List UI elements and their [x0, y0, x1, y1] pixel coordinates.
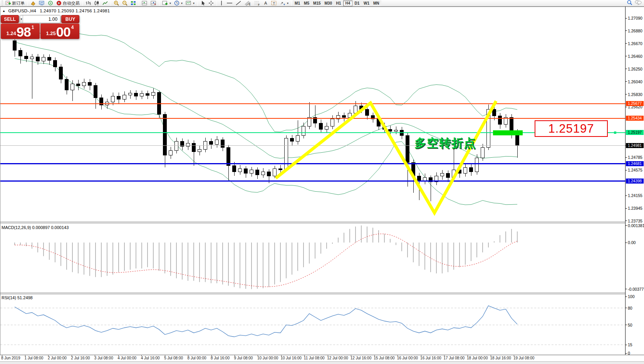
crosshair-tool-button[interactable]	[207, 0, 215, 6]
symbol-quotes: 1.24970 1.25093 1.24756 1.24981	[40, 8, 110, 13]
fibonacci-icon: E	[245, 0, 251, 6]
signal-button[interactable]	[46, 0, 55, 6]
buy-price-pip: 4	[71, 25, 74, 30]
toolbar-separator	[139, 1, 139, 6]
collapse-arrow-icon[interactable]: ▲	[2, 9, 5, 13]
timeframe-m1-button[interactable]: M1	[293, 0, 302, 6]
object-window-icon	[151, 0, 156, 6]
autotrade-button[interactable]: 自动交易	[55, 0, 81, 6]
shapes-tool-button[interactable]: ▾	[278, 0, 290, 6]
toolbar-grip[interactable]	[2, 1, 3, 6]
sell-price-tile[interactable]: 1.24 98 1	[1, 24, 40, 39]
clock-icon	[174, 0, 179, 6]
price-tag-label[interactable]: 1.25197	[535, 120, 608, 137]
candle-chart-mode-button[interactable]	[92, 0, 101, 6]
buy-button[interactable]: BUY	[61, 15, 79, 23]
quick-tool-button[interactable]	[29, 0, 37, 6]
dropdown-arrow-icon: ▾	[181, 2, 183, 5]
svg-text:F: F	[258, 3, 260, 6]
macd-label: MACD(12,26,9) 0.000897 0.000143	[2, 225, 69, 230]
one-click-trading-panel: SELL ▼ ▲ BUY 1.24 98 1 1.25 00 4	[1, 15, 79, 39]
timeframe-m15-button[interactable]: M15	[311, 0, 322, 6]
bar-chart-mode-button[interactable]	[84, 0, 92, 6]
cursor-icon	[200, 0, 205, 6]
timeframe-group: M1M5M15M30H1H4D1W1MN	[293, 0, 381, 6]
toolbar-separator	[291, 1, 292, 6]
timeframe-m5-button[interactable]: M5	[302, 0, 311, 6]
rsi-label: RSI(14) 51.2498	[2, 295, 33, 300]
candle-chart-icon	[94, 0, 99, 6]
gold-marker-icon	[30, 0, 36, 6]
indicator-window-icon	[142, 0, 148, 6]
text-a-icon: A	[263, 0, 268, 6]
timeframe-h4-button[interactable]: H4	[343, 0, 352, 6]
new-order-label: 新订单	[12, 0, 25, 6]
tile-windows-button[interactable]	[129, 0, 138, 6]
new-order-button[interactable]: 新订单	[4, 0, 26, 6]
indicator-window-button[interactable]	[140, 0, 149, 6]
chinese-annotation-text[interactable]: 多空转折点	[414, 135, 476, 151]
vertical-line-tool-button[interactable]	[218, 0, 225, 6]
cursor-tool-button[interactable]	[199, 0, 207, 6]
sell-price-prefix: 1.24	[7, 30, 16, 36]
market-watch-button[interactable]	[37, 0, 46, 6]
chart-window[interactable]: ▲ GBPUSD-,H4 1.24970 1.25093 1.24756 1.2…	[0, 7, 644, 364]
dropdown-arrow-icon: ▾	[287, 2, 288, 5]
zoom-in-button[interactable]	[112, 0, 121, 6]
trendline-tool-button[interactable]	[234, 0, 243, 6]
templates-icon	[186, 0, 191, 6]
autotrade-label: 自动交易	[63, 0, 80, 6]
vertical-line-icon	[220, 0, 223, 6]
timeframe-w1-button[interactable]: W1	[362, 0, 371, 6]
chat-icon[interactable]	[635, 0, 642, 7]
toolbar-separator	[197, 1, 198, 6]
dropdown-arrow-icon: ▾	[169, 2, 171, 5]
svg-text:T: T	[273, 2, 275, 5]
object-window-button[interactable]	[149, 0, 158, 6]
horizontal-line-icon	[226, 0, 233, 6]
fibonacci-tool-button[interactable]: E	[243, 0, 253, 6]
main-toolbar: 新订单 自动交易 ▾ ▾ ▾ E F A T ▾	[0, 0, 644, 7]
toolbar-separator	[27, 1, 28, 6]
trendline-icon	[236, 0, 242, 6]
symbol-name: GBPUSD-,H4	[8, 8, 36, 13]
new-chart-button[interactable]: ▾	[161, 0, 173, 6]
grid-icon: F	[254, 0, 260, 6]
shapes-icon	[280, 0, 285, 6]
grid-tool-button[interactable]: F	[253, 0, 262, 6]
signal-icon	[48, 0, 53, 6]
sell-price-big: 98	[17, 26, 31, 38]
toolbar-separator	[82, 1, 83, 6]
sell-button[interactable]: SELL	[1, 15, 19, 23]
timeframe-h1-button[interactable]: H1	[334, 0, 343, 6]
svg-text:E: E	[249, 3, 251, 6]
volume-input[interactable]	[23, 15, 60, 23]
timeframe-mn-button[interactable]: MN	[371, 0, 381, 6]
window-bottom-strip	[0, 361, 644, 364]
text-label-tool-button[interactable]: T	[270, 0, 278, 6]
toolbar-separator	[159, 1, 159, 6]
text-tool-button[interactable]: A	[262, 0, 270, 6]
svg-text:A: A	[264, 1, 267, 5]
zoom-out-button[interactable]	[121, 0, 129, 6]
timeframe-m30-button[interactable]: M30	[323, 0, 334, 6]
buy-price-tile[interactable]: 1.25 00 4	[40, 24, 79, 39]
chart-canvas[interactable]	[0, 0, 644, 364]
periodicity-button[interactable]: ▾	[173, 0, 184, 6]
templates-button[interactable]: ▾	[184, 0, 196, 6]
mt4-app: 新订单 自动交易 ▾ ▾ ▾ E F A T ▾	[0, 0, 644, 364]
search-icon[interactable]	[627, 0, 632, 7]
line-chart-mode-button[interactable]	[101, 0, 109, 6]
toolbar-separator	[111, 1, 111, 6]
volume-decrease-button[interactable]: ▼	[20, 15, 23, 23]
new-chart-icon	[162, 0, 168, 6]
crosshair-icon	[208, 0, 214, 6]
tile-windows-icon	[131, 0, 136, 6]
symbol-header: ▲ GBPUSD-,H4 1.24970 1.25093 1.24756 1.2…	[2, 8, 110, 13]
zoom-out-icon	[122, 0, 127, 6]
sell-price-pip: 1	[32, 25, 34, 30]
autotrade-icon	[56, 0, 62, 6]
bar-chart-icon	[86, 0, 91, 6]
horizontal-line-tool-button[interactable]	[225, 0, 234, 6]
timeframe-d1-button[interactable]: D1	[352, 0, 362, 6]
